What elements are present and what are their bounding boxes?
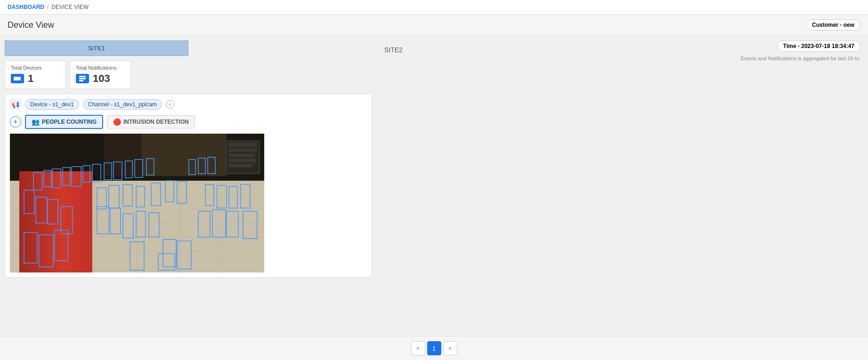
customer-name: oew (844, 22, 854, 28)
tag-row: + 👥 PEOPLE COUNTING 🔴 INTRUSION DETECTIO… (10, 115, 367, 129)
total-notifications-card: Total Notifications 103 (70, 61, 131, 89)
total-notifications-label: Total Notifications (76, 65, 125, 71)
total-notifications-number: 103 (93, 72, 110, 85)
svg-rect-0 (14, 77, 19, 80)
svg-rect-24 (229, 159, 256, 162)
device-badge: Device - s1_dev1 (25, 99, 79, 110)
svg-rect-3 (79, 78, 86, 80)
svg-rect-27 (104, 134, 142, 176)
nav-device-view: DEVICE VIEW (51, 4, 89, 10)
tab-site1[interactable]: SITE1 (5, 40, 188, 56)
device-header: 📢 Device - s1_dev1 Channel - s1_dev1_ppl… (10, 99, 367, 110)
svg-rect-21 (229, 142, 257, 147)
camera-feed (10, 134, 264, 272)
svg-rect-4 (79, 80, 83, 81)
svg-rect-2 (79, 76, 86, 77)
time-value: 2023-07-18 18:34:47 (801, 43, 854, 49)
intrusion-detection-label: INTRUSION DETECTION (123, 119, 189, 125)
aggregation-note: Events and Notifications is aggregated f… (741, 56, 860, 61)
notification-icon (76, 74, 89, 83)
nav-separator: / (47, 4, 49, 10)
page-1-button[interactable]: 1 (427, 341, 441, 349)
next-page-button[interactable]: > (443, 341, 457, 349)
stats-row: Total Devices 1 Total Notifications (5, 61, 372, 89)
people-counting-button[interactable]: 👥 PEOPLE COUNTING (25, 115, 103, 129)
page-title: Device View (8, 20, 54, 30)
svg-rect-25 (229, 164, 252, 168)
site-tabs: SITE1 (5, 40, 372, 56)
svg-rect-23 (229, 153, 255, 157)
customer-label: Customer - (812, 22, 842, 28)
total-devices-card: Total Devices 1 (5, 61, 66, 89)
site2-label: SITE2 (384, 40, 403, 54)
top-nav: DASHBOARD / DEVICE VIEW (0, 0, 868, 15)
svg-marker-1 (19, 76, 21, 81)
customer-badge: Customer - oew (806, 19, 860, 31)
people-counting-label: PEOPLE COUNTING (42, 119, 97, 125)
speaker-icon: 📢 (10, 99, 21, 110)
total-devices-number: 1 (28, 72, 33, 85)
total-notifications-value-row: 103 (76, 72, 125, 85)
page-header: Device View Customer - oew (0, 15, 868, 36)
intrusion-detection-button[interactable]: 🔴 INTRUSION DETECTION (107, 115, 195, 128)
info-icon[interactable]: i (166, 100, 174, 109)
pagination-bar: < 1 > (0, 336, 868, 349)
svg-rect-22 (229, 148, 257, 152)
right-top-row: SITE2 Time - 2023-07-18 18:34:47 Events … (384, 40, 860, 61)
total-devices-label: Total Devices (11, 65, 60, 71)
nav-dashboard[interactable]: DASHBOARD (8, 4, 44, 10)
left-panel: SITE1 Total Devices 1 Total Notification… (0, 36, 377, 349)
time-badge: Time - 2023-07-18 18:34:47 (777, 40, 860, 52)
people-icon: 👥 (32, 118, 40, 126)
add-button[interactable]: + (10, 116, 21, 128)
prev-page-button[interactable]: < (411, 341, 425, 349)
right-panel: SITE2 Time - 2023-07-18 18:34:47 Events … (377, 36, 868, 349)
device-panel: 📢 Device - s1_dev1 Channel - s1_dev1_ppl… (5, 94, 372, 278)
intrusion-icon: 🔴 (113, 118, 121, 126)
total-devices-value-row: 1 (11, 72, 60, 85)
channel-badge: Channel - s1_dev1_pplcam (83, 99, 162, 110)
time-label: Time - (783, 43, 800, 49)
camera-icon (11, 74, 24, 83)
main-content: SITE1 Total Devices 1 Total Notification… (0, 36, 868, 349)
